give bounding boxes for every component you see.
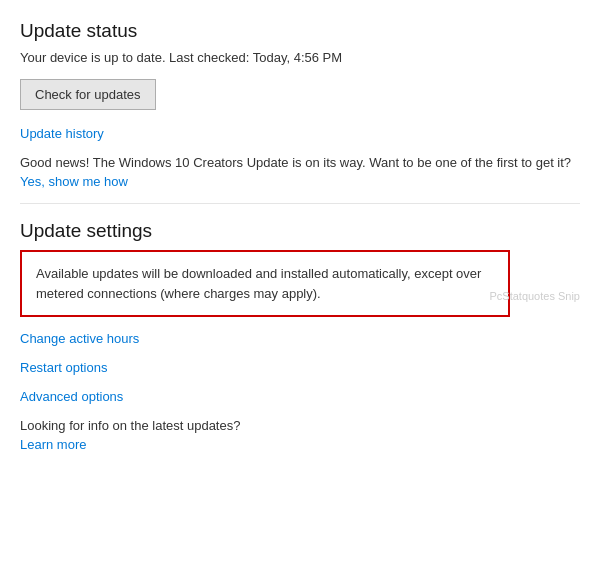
auto-update-text: Available updates will be downloaded and… — [36, 264, 494, 303]
update-settings-section: Update settings Available updates will b… — [20, 220, 580, 404]
restart-options-link[interactable]: Restart options — [20, 360, 580, 375]
advanced-options-link[interactable]: Advanced options — [20, 389, 580, 404]
news-text: Good news! The Windows 10 Creators Updat… — [20, 155, 580, 170]
settings-links: Change active hours Restart options Adva… — [20, 331, 580, 404]
update-history-link[interactable]: Update history — [20, 126, 580, 141]
update-status-title: Update status — [20, 20, 580, 42]
auto-update-box: Available updates will be downloaded and… — [20, 250, 510, 317]
yes-show-me-how-link[interactable]: Yes, show me how — [20, 174, 580, 189]
update-settings-title: Update settings — [20, 220, 580, 242]
main-container: Update status Your device is up to date.… — [0, 0, 600, 572]
change-active-hours-link[interactable]: Change active hours — [20, 331, 580, 346]
check-updates-button[interactable]: Check for updates — [20, 79, 156, 110]
status-text: Your device is up to date. Last checked:… — [20, 50, 580, 65]
section-divider — [20, 203, 580, 204]
looking-for-info-text: Looking for info on the latest updates? — [20, 418, 580, 433]
learn-more-link[interactable]: Learn more — [20, 437, 580, 452]
